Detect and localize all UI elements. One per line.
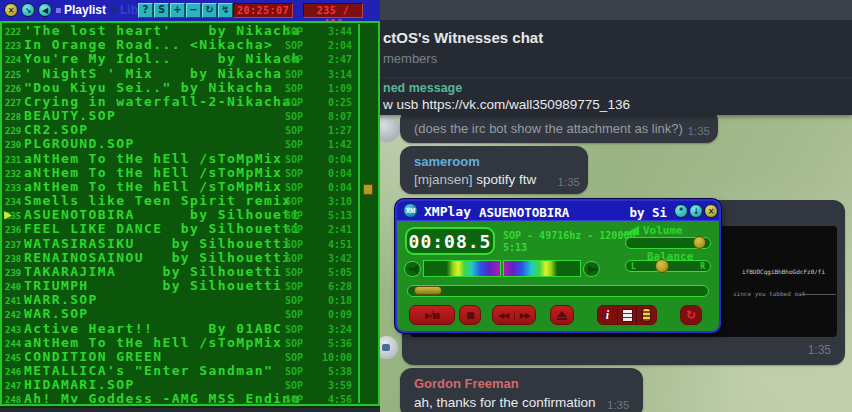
sort-button[interactable]: ↯	[218, 3, 233, 18]
remove-track-button[interactable]: −	[186, 3, 201, 18]
playlist-track-row[interactable]: 233aNtHem To tHe hEll /sToMpMixSOP0:04	[4, 180, 356, 194]
track-duration: 3:24	[302, 324, 352, 335]
previous-button[interactable]: ◀◀	[493, 311, 515, 320]
track-title: Active Heart!! By 01ABC	[24, 322, 298, 336]
track-number: 222	[5, 27, 21, 37]
current-song-title[interactable]: ASUENOTOBIRA by Si	[479, 205, 669, 220]
track-title: aNtHem To tHe hEll /sToMpMix	[24, 166, 298, 180]
playlist-track-row[interactable]: 245CONDITION GREENSOP10:00	[4, 350, 356, 364]
format-info: SOP - 49716hz - 120000	[503, 230, 635, 241]
close-button[interactable]: ×	[704, 204, 718, 218]
playlist-body: 222'The lost heart' by Nikacha.SOP3:4422…	[0, 21, 380, 406]
playlist-track-row[interactable]: 227Crying in waterfall-2-Nikacha.SOP0:25	[4, 95, 356, 109]
track-number: 233	[5, 183, 21, 193]
options-button[interactable]: *	[674, 204, 688, 218]
playlist-scrollbar[interactable]	[358, 24, 376, 403]
dsp-button[interactable]	[636, 306, 656, 324]
tab-playlist[interactable]: Playlist	[64, 3, 106, 17]
help-button[interactable]: ?	[138, 3, 153, 18]
tab-indicator	[112, 8, 117, 13]
playlist-track-row[interactable]: 239TAKARAJIMA by SilhouettiSOP5:05	[4, 265, 356, 279]
info-button[interactable]: i	[598, 306, 617, 324]
track-title: aNtHem To tHe hEll /sToMpMix	[24, 336, 298, 350]
minimize-button[interactable]: ↓	[689, 204, 703, 218]
loop-button[interactable]: ↻	[680, 305, 702, 325]
track-type: SOP	[285, 338, 303, 349]
track-duration: 8:07	[302, 111, 352, 122]
playlist-track-row[interactable]: 246METALLICA's "Enter Sandman"SOP5:38	[4, 364, 356, 378]
playlist-track-row[interactable]: 225' NightS ' Mix by NikachaSOP3:14	[4, 67, 356, 81]
track-duration: 4:56	[302, 394, 352, 403]
playlist-track-row[interactable]: 224You're My Idol.. by NikachaSOP2:47	[4, 52, 356, 66]
track-number: 236	[5, 225, 21, 235]
track-number: 242	[5, 310, 21, 320]
bridge-nick: [mjansen]	[414, 172, 473, 187]
playlist-track-row[interactable]: 222'The lost heart' by Nikacha.SOP3:44	[4, 24, 356, 38]
track-duration: 6:28	[302, 281, 352, 292]
playlist-track-row[interactable]: 234Smells like Teen Spirit remixSOP3:10	[4, 194, 356, 208]
playlist-button[interactable]	[617, 306, 637, 324]
playlist-track-row[interactable]: 228BEAUTY.SOPSOP8:07	[4, 109, 356, 123]
track-number: 245	[5, 353, 21, 363]
app-name: XMPlay	[424, 204, 471, 219]
stop-button[interactable]: ■	[459, 305, 481, 325]
playlist-track-row[interactable]: 223In Orange Road... <Nikacha>SOP2:04	[4, 38, 356, 52]
message-author[interactable]: sameroom	[414, 154, 480, 169]
image-divider-line	[800, 294, 836, 295]
track-duration: 0:18	[302, 295, 352, 306]
playlist-track-row[interactable]: 235ASUENOTOBIRA by SilhouettiSOP5:13	[4, 208, 356, 222]
volume-knob[interactable]	[693, 236, 706, 249]
track-title: "Dou Kiyu Sei.." by Nikacha	[24, 81, 298, 95]
track-type: SOP	[285, 69, 303, 80]
track-type: SOP	[285, 125, 303, 136]
xmplay-titlebar[interactable]: XM XMPlay ASUENOTOBIRA by Si * ↓ ×	[397, 201, 719, 221]
track-title: METALLICA's "Enter Sandman"	[24, 364, 298, 378]
track-duration: 1:27	[302, 125, 352, 136]
track-number: 226	[5, 84, 21, 94]
playlist-track-row[interactable]: 230PLGROUND.SOPSOP1:42	[4, 137, 356, 151]
xmplay-window: XM XMPlay ASUENOTOBIRA by Si * ↓ × 00:08…	[395, 199, 721, 333]
spectrum-display-right	[503, 260, 581, 277]
track-number: 227	[5, 98, 21, 108]
playlist-track-row[interactable]: 236FEEL LIKE DANCE by SilhouettiSOP2:41	[4, 222, 356, 236]
playlist-track-row[interactable]: 247HIDAMARI.SOPSOP3:59	[4, 378, 356, 392]
playlist-track-row[interactable]: 238RENAINOSAINOU by SilhouettiSOP3:42	[4, 251, 356, 265]
seek-knob[interactable]	[414, 286, 442, 295]
playlist-track-row[interactable]: 248Ah! My Goddess -AMG MSS EndingSOP4:56	[4, 392, 356, 403]
volume-ramp-icon	[622, 226, 639, 235]
eject-button[interactable]	[550, 305, 574, 325]
track-duration: 3:10	[302, 196, 352, 207]
add-track-button[interactable]: +	[170, 3, 185, 18]
playlist-track-row[interactable]: 240TRIUMPH by SilhouettiSOP6:28	[4, 279, 356, 293]
shuffle-button[interactable]: ↻	[202, 3, 217, 18]
track-duration: 5:13	[302, 210, 352, 221]
message-text: [mjansen] spotify ftw	[414, 172, 536, 187]
track-number: 237	[5, 240, 21, 250]
balance-knob[interactable]	[655, 259, 669, 273]
message-bubble[interactable]: sameroom [mjansen] spotify ftw 1:35	[400, 146, 588, 194]
message-author[interactable]: Gordon Freeman	[414, 376, 519, 391]
playlist-track-row[interactable]: 243Active Heart!! By 01ABCSOP3:24	[4, 322, 356, 336]
stream-button[interactable]: S	[154, 3, 169, 18]
message-bubble[interactable]: Gordon Freeman ah, thanks for the confir…	[400, 368, 643, 412]
collapse-button[interactable]: ◀	[38, 3, 52, 17]
playlist-track-row[interactable]: 244aNtHem To tHe hEll /sToMpMixSOP5:36	[4, 336, 356, 350]
next-button[interactable]: ▶▶	[515, 311, 536, 320]
playlist-track-row[interactable]: 232aNtHem To tHe hEll /sToMpMixSOP0:04	[4, 166, 356, 180]
playlist-track-row[interactable]: 231aNtHem To tHe hEll /sToMpMixSOP0:04	[4, 152, 356, 166]
playlist-track-row[interactable]: 242WAR.SOPSOP0:09	[4, 307, 356, 321]
close-button[interactable]: ×	[4, 3, 18, 17]
image-text-line: ifBUOCqgiBhBhoGdcFz0/fi	[742, 268, 825, 275]
playlist-track-row[interactable]: 241WARR.SOPSOP0:18	[4, 293, 356, 307]
playlist-track-row[interactable]: 229CR2.SOPSOP1:27	[4, 123, 356, 137]
seek-bar[interactable]	[407, 285, 709, 297]
shade-button[interactable]: ↘	[21, 3, 35, 17]
track-number: 238	[5, 254, 21, 264]
playlist-track-row[interactable]: 237WATASIRASIKU by SilhouettiSOP4:51	[4, 237, 356, 251]
playlist-track-row[interactable]: 226"Dou Kiyu Sei.." by NikachaSOP1:09	[4, 81, 356, 95]
track-type: SOP	[285, 40, 303, 51]
message-text: (does the irc bot show the attachment as…	[414, 121, 683, 136]
play-pause-button[interactable]: ▶/▮▮	[409, 305, 455, 325]
track-type: SOP	[285, 352, 303, 363]
scrollbar-thumb[interactable]	[363, 184, 373, 195]
